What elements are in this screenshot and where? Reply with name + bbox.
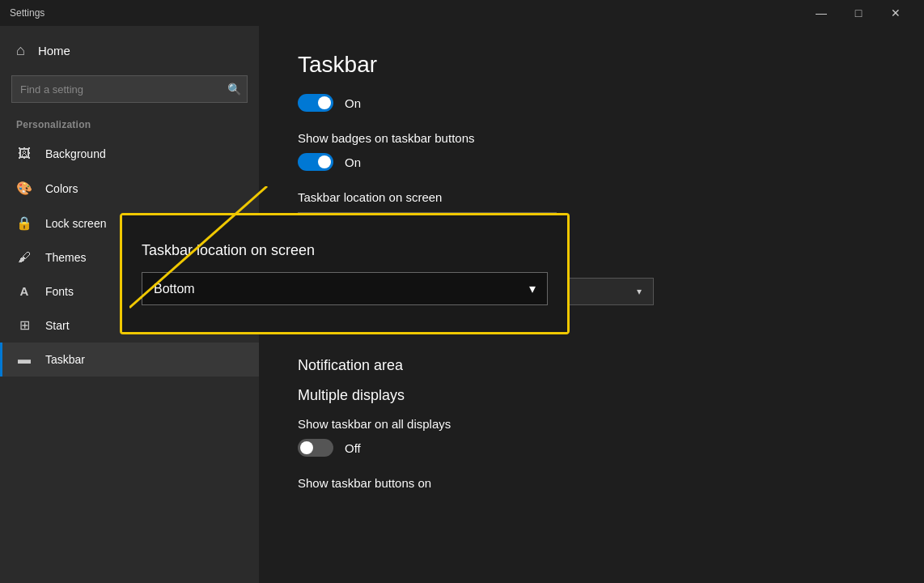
- toggle-knob-3: [300, 441, 313, 454]
- sidebar-label-fonts: Fonts: [45, 285, 74, 298]
- home-icon: ⌂: [16, 42, 25, 59]
- sidebar-label-colors: Colors: [45, 182, 78, 195]
- title-bar: Settings — □ ✕: [0, 0, 924, 26]
- minimize-button[interactable]: —: [803, 0, 840, 26]
- show-taskbar-all-label: Show taskbar on all displays: [298, 417, 885, 431]
- search-input[interactable]: [11, 75, 248, 103]
- toggle1-label: On: [345, 96, 361, 110]
- combine-buttons-dropdown[interactable]: When taskbar is full ▾: [298, 278, 654, 305]
- home-label: Home: [38, 44, 70, 57]
- start-icon: ⊞: [16, 317, 32, 333]
- badges-toggle[interactable]: [298, 153, 333, 171]
- sidebar-item-taskbar[interactable]: ▬ Taskbar: [0, 343, 259, 377]
- app-container: ⌂ Home 🔍 Personalization 🖼 Background 🎨 …: [0, 26, 924, 583]
- toggle-knob-2: [318, 155, 331, 168]
- toggle2-label: On: [345, 155, 361, 169]
- sidebar-item-themes[interactable]: 🖌 Themes: [0, 240, 259, 274]
- sidebar-label-background: Background: [45, 147, 106, 160]
- toggle-row-1: On: [298, 94, 885, 112]
- page-title: Taskbar: [298, 52, 885, 78]
- sidebar-label-lock-screen: Lock screen: [45, 217, 106, 230]
- sidebar-home[interactable]: ⌂ Home: [0, 32, 259, 69]
- sidebar-item-lock-screen[interactable]: 🔒 Lock screen: [0, 206, 259, 240]
- combine-buttons-label: Combine taskbar buttons: [298, 256, 885, 270]
- taskbar-toggle[interactable]: [298, 94, 333, 112]
- toggle-row-2: On: [298, 153, 885, 171]
- taskbar-location-dropdown[interactable]: Bottom ▾: [298, 212, 557, 240]
- chevron-down-icon-2: ▾: [637, 286, 642, 297]
- fonts-icon: A: [16, 284, 32, 298]
- close-button[interactable]: ✕: [877, 0, 914, 26]
- sidebar-item-fonts[interactable]: A Fonts: [0, 274, 259, 308]
- sidebar-item-colors[interactable]: 🎨 Colors: [0, 171, 259, 206]
- chevron-down-icon: ▾: [540, 220, 545, 232]
- multiple-displays-heading: Multiple displays: [298, 387, 885, 404]
- toggle-row-3: Off: [298, 439, 885, 457]
- sidebar-label-themes: Themes: [45, 251, 87, 264]
- themes-icon: 🖌: [16, 250, 32, 265]
- show-taskbar-buttons-label: Show taskbar buttons on: [298, 476, 885, 490]
- sidebar-item-background[interactable]: 🖼 Background: [0, 137, 259, 171]
- search-box: 🔍: [11, 75, 248, 103]
- main-content: Taskbar On Show badges on taskbar button…: [259, 26, 924, 583]
- sidebar-item-start[interactable]: ⊞ Start: [0, 308, 259, 343]
- combine-buttons-value: When taskbar is full: [310, 285, 409, 298]
- all-displays-toggle[interactable]: [298, 439, 333, 457]
- maximize-button[interactable]: □: [840, 0, 877, 26]
- window-controls: — □ ✕: [803, 0, 914, 26]
- help-link[interactable]: How do I customize taskbars?: [298, 321, 885, 334]
- background-icon: 🖼: [16, 147, 32, 161]
- colors-icon: 🎨: [16, 181, 32, 196]
- app-title: Settings: [10, 7, 45, 19]
- sidebar-label-start: Start: [45, 319, 70, 332]
- sidebar-section-label: Personalization: [0, 116, 259, 137]
- toggle3-label: Off: [345, 441, 361, 455]
- search-icon: 🔍: [227, 83, 241, 96]
- show-badges-label: Show badges on taskbar buttons: [298, 131, 885, 145]
- notification-area-heading: Notification area: [298, 357, 885, 374]
- sidebar-label-taskbar: Taskbar: [45, 353, 85, 366]
- lock-icon: 🔒: [16, 215, 32, 231]
- sidebar: ⌂ Home 🔍 Personalization 🖼 Background 🎨 …: [0, 26, 259, 583]
- taskbar-location-label: Taskbar location on screen: [298, 190, 885, 204]
- taskbar-icon: ▬: [16, 352, 32, 367]
- toggle-knob-1: [318, 96, 331, 109]
- taskbar-location-value: Bottom: [310, 219, 345, 232]
